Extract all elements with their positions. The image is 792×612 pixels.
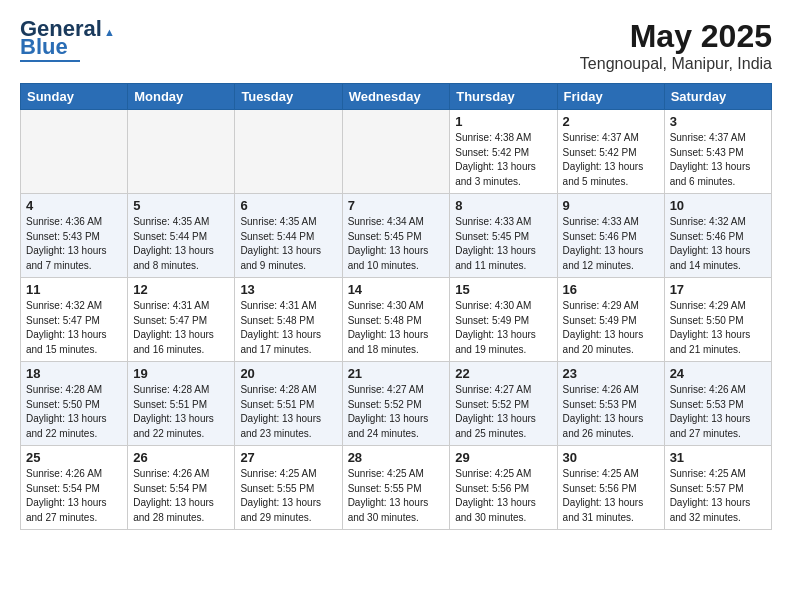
logo: General▲ Blue [20, 18, 115, 62]
day-info: Sunrise: 4:32 AM Sunset: 5:47 PM Dayligh… [26, 299, 122, 357]
day-info: Sunrise: 4:25 AM Sunset: 5:55 PM Dayligh… [348, 467, 445, 525]
calendar-cell: 15Sunrise: 4:30 AM Sunset: 5:49 PM Dayli… [450, 278, 557, 362]
calendar-cell [21, 110, 128, 194]
day-number: 9 [563, 198, 659, 213]
calendar-cell: 10Sunrise: 4:32 AM Sunset: 5:46 PM Dayli… [664, 194, 771, 278]
calendar-cell [235, 110, 342, 194]
day-number: 19 [133, 366, 229, 381]
day-number: 5 [133, 198, 229, 213]
day-info: Sunrise: 4:36 AM Sunset: 5:43 PM Dayligh… [26, 215, 122, 273]
day-info: Sunrise: 4:26 AM Sunset: 5:53 PM Dayligh… [670, 383, 766, 441]
day-number: 17 [670, 282, 766, 297]
day-info: Sunrise: 4:28 AM Sunset: 5:51 PM Dayligh… [240, 383, 336, 441]
day-number: 4 [26, 198, 122, 213]
day-info: Sunrise: 4:25 AM Sunset: 5:56 PM Dayligh… [563, 467, 659, 525]
day-info: Sunrise: 4:34 AM Sunset: 5:45 PM Dayligh… [348, 215, 445, 273]
calendar-cell: 9Sunrise: 4:33 AM Sunset: 5:46 PM Daylig… [557, 194, 664, 278]
calendar-cell: 16Sunrise: 4:29 AM Sunset: 5:49 PM Dayli… [557, 278, 664, 362]
calendar-cell: 5Sunrise: 4:35 AM Sunset: 5:44 PM Daylig… [128, 194, 235, 278]
calendar-cell: 3Sunrise: 4:37 AM Sunset: 5:43 PM Daylig… [664, 110, 771, 194]
day-info: Sunrise: 4:33 AM Sunset: 5:46 PM Dayligh… [563, 215, 659, 273]
calendar-week-5: 25Sunrise: 4:26 AM Sunset: 5:54 PM Dayli… [21, 446, 772, 530]
calendar-cell: 8Sunrise: 4:33 AM Sunset: 5:45 PM Daylig… [450, 194, 557, 278]
day-number: 23 [563, 366, 659, 381]
day-info: Sunrise: 4:27 AM Sunset: 5:52 PM Dayligh… [348, 383, 445, 441]
day-info: Sunrise: 4:25 AM Sunset: 5:57 PM Dayligh… [670, 467, 766, 525]
day-info: Sunrise: 4:30 AM Sunset: 5:49 PM Dayligh… [455, 299, 551, 357]
calendar-cell: 24Sunrise: 4:26 AM Sunset: 5:53 PM Dayli… [664, 362, 771, 446]
calendar-cell: 28Sunrise: 4:25 AM Sunset: 5:55 PM Dayli… [342, 446, 450, 530]
calendar-week-4: 18Sunrise: 4:28 AM Sunset: 5:50 PM Dayli… [21, 362, 772, 446]
day-number: 10 [670, 198, 766, 213]
day-number: 7 [348, 198, 445, 213]
calendar-cell [128, 110, 235, 194]
day-number: 20 [240, 366, 336, 381]
day-number: 16 [563, 282, 659, 297]
day-number: 21 [348, 366, 445, 381]
day-number: 12 [133, 282, 229, 297]
calendar-cell: 30Sunrise: 4:25 AM Sunset: 5:56 PM Dayli… [557, 446, 664, 530]
day-number: 27 [240, 450, 336, 465]
day-info: Sunrise: 4:35 AM Sunset: 5:44 PM Dayligh… [133, 215, 229, 273]
calendar-cell: 29Sunrise: 4:25 AM Sunset: 5:56 PM Dayli… [450, 446, 557, 530]
calendar-cell: 27Sunrise: 4:25 AM Sunset: 5:55 PM Dayli… [235, 446, 342, 530]
day-number: 14 [348, 282, 445, 297]
day-info: Sunrise: 4:31 AM Sunset: 5:48 PM Dayligh… [240, 299, 336, 357]
page-subtitle: Tengnoupal, Manipur, India [580, 55, 772, 73]
day-info: Sunrise: 4:26 AM Sunset: 5:54 PM Dayligh… [133, 467, 229, 525]
calendar-cell: 31Sunrise: 4:25 AM Sunset: 5:57 PM Dayli… [664, 446, 771, 530]
col-header-thursday: Thursday [450, 84, 557, 110]
calendar-cell: 17Sunrise: 4:29 AM Sunset: 5:50 PM Dayli… [664, 278, 771, 362]
col-header-tuesday: Tuesday [235, 84, 342, 110]
col-header-saturday: Saturday [664, 84, 771, 110]
day-number: 28 [348, 450, 445, 465]
day-info: Sunrise: 4:25 AM Sunset: 5:55 PM Dayligh… [240, 467, 336, 525]
day-info: Sunrise: 4:35 AM Sunset: 5:44 PM Dayligh… [240, 215, 336, 273]
calendar-table: SundayMondayTuesdayWednesdayThursdayFrid… [20, 83, 772, 530]
day-number: 18 [26, 366, 122, 381]
day-number: 24 [670, 366, 766, 381]
calendar-cell: 1Sunrise: 4:38 AM Sunset: 5:42 PM Daylig… [450, 110, 557, 194]
logo-blue: Blue [20, 36, 68, 58]
day-number: 26 [133, 450, 229, 465]
calendar-cell: 2Sunrise: 4:37 AM Sunset: 5:42 PM Daylig… [557, 110, 664, 194]
title-block: May 2025 Tengnoupal, Manipur, India [580, 18, 772, 73]
calendar-cell: 23Sunrise: 4:26 AM Sunset: 5:53 PM Dayli… [557, 362, 664, 446]
calendar-week-1: 1Sunrise: 4:38 AM Sunset: 5:42 PM Daylig… [21, 110, 772, 194]
day-number: 8 [455, 198, 551, 213]
day-info: Sunrise: 4:31 AM Sunset: 5:47 PM Dayligh… [133, 299, 229, 357]
day-number: 25 [26, 450, 122, 465]
page: General▲ Blue May 2025 Tengnoupal, Manip… [0, 0, 792, 548]
calendar-cell: 22Sunrise: 4:27 AM Sunset: 5:52 PM Dayli… [450, 362, 557, 446]
col-header-monday: Monday [128, 84, 235, 110]
calendar-cell: 14Sunrise: 4:30 AM Sunset: 5:48 PM Dayli… [342, 278, 450, 362]
calendar-week-2: 4Sunrise: 4:36 AM Sunset: 5:43 PM Daylig… [21, 194, 772, 278]
page-header: General▲ Blue May 2025 Tengnoupal, Manip… [20, 18, 772, 73]
day-number: 15 [455, 282, 551, 297]
calendar-cell: 19Sunrise: 4:28 AM Sunset: 5:51 PM Dayli… [128, 362, 235, 446]
calendar-cell: 12Sunrise: 4:31 AM Sunset: 5:47 PM Dayli… [128, 278, 235, 362]
calendar-cell: 26Sunrise: 4:26 AM Sunset: 5:54 PM Dayli… [128, 446, 235, 530]
col-header-sunday: Sunday [21, 84, 128, 110]
calendar-cell: 13Sunrise: 4:31 AM Sunset: 5:48 PM Dayli… [235, 278, 342, 362]
day-number: 31 [670, 450, 766, 465]
day-info: Sunrise: 4:28 AM Sunset: 5:50 PM Dayligh… [26, 383, 122, 441]
calendar-cell: 7Sunrise: 4:34 AM Sunset: 5:45 PM Daylig… [342, 194, 450, 278]
page-title: May 2025 [580, 18, 772, 55]
day-number: 2 [563, 114, 659, 129]
day-info: Sunrise: 4:32 AM Sunset: 5:46 PM Dayligh… [670, 215, 766, 273]
logo-underline [20, 60, 80, 62]
col-header-friday: Friday [557, 84, 664, 110]
day-info: Sunrise: 4:29 AM Sunset: 5:50 PM Dayligh… [670, 299, 766, 357]
calendar-cell: 18Sunrise: 4:28 AM Sunset: 5:50 PM Dayli… [21, 362, 128, 446]
calendar-header-row: SundayMondayTuesdayWednesdayThursdayFrid… [21, 84, 772, 110]
calendar-week-3: 11Sunrise: 4:32 AM Sunset: 5:47 PM Dayli… [21, 278, 772, 362]
day-info: Sunrise: 4:26 AM Sunset: 5:53 PM Dayligh… [563, 383, 659, 441]
calendar-cell: 25Sunrise: 4:26 AM Sunset: 5:54 PM Dayli… [21, 446, 128, 530]
calendar-cell: 11Sunrise: 4:32 AM Sunset: 5:47 PM Dayli… [21, 278, 128, 362]
day-number: 1 [455, 114, 551, 129]
day-info: Sunrise: 4:29 AM Sunset: 5:49 PM Dayligh… [563, 299, 659, 357]
day-info: Sunrise: 4:37 AM Sunset: 5:42 PM Dayligh… [563, 131, 659, 189]
day-info: Sunrise: 4:27 AM Sunset: 5:52 PM Dayligh… [455, 383, 551, 441]
calendar-cell: 4Sunrise: 4:36 AM Sunset: 5:43 PM Daylig… [21, 194, 128, 278]
